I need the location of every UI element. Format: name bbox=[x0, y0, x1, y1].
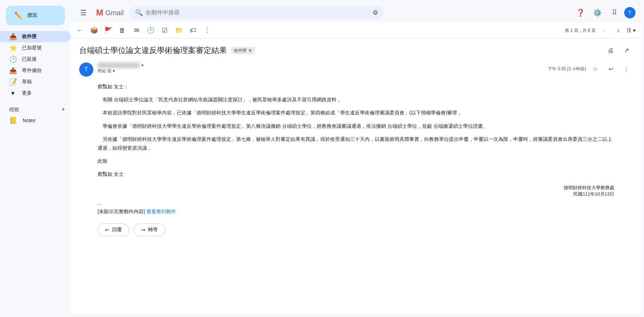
page-navigation: 第 1 頁，共 8 頁 ‹ › 注 ▾ bbox=[565, 25, 636, 36]
email-body-p3: 學倫會依據「德明財經科技大學學生違反學術倫理案件處理規定」第八條決議撤銷 台端碩… bbox=[98, 122, 614, 131]
sidebar-item-notes[interactable]: 📒 Notes bbox=[0, 115, 71, 126]
snoozed-label: 已延後 bbox=[22, 56, 65, 62]
sender-dropdown-icon[interactable]: ▾ bbox=[141, 63, 144, 68]
archive-button[interactable]: 📦 bbox=[88, 24, 100, 37]
prev-page-button[interactable]: ‹ bbox=[598, 25, 610, 36]
sender-name-blurred bbox=[98, 62, 140, 68]
email-header: T ▾ 寄給 我 ▾ 下午 3:35 (3 小時前) ☆ ↩ ⋮ bbox=[79, 62, 633, 77]
inbox-tag: 收件匣 ✕ bbox=[231, 47, 255, 54]
reply-forward-bar: ↩ 回覆 ↪ 轉寄 bbox=[79, 223, 633, 236]
labels-title: 標籤 bbox=[9, 107, 19, 113]
delete-button[interactable]: 🗑 bbox=[116, 24, 129, 37]
page-info: 第 1 頁，共 8 頁 bbox=[565, 28, 596, 34]
compose-icon: ✏️ bbox=[14, 11, 23, 20]
gmail-text: Gmail bbox=[105, 9, 124, 17]
email-body-sign: 蔡豔如 女士 bbox=[98, 170, 614, 179]
sent-icon: 📤 bbox=[9, 67, 16, 74]
star-button[interactable]: ☆ bbox=[589, 62, 602, 75]
email-meta-right: 下午 3:35 (3 小時前) ☆ ↩ ⋮ bbox=[548, 62, 633, 75]
recipient-dropdown-icon[interactable]: ▾ bbox=[113, 68, 115, 73]
sender-avatar: T bbox=[79, 62, 93, 77]
inbox-tag-label: 收件匣 bbox=[234, 48, 247, 54]
snooze-button[interactable]: 🕐 bbox=[144, 24, 157, 37]
search-options-icon[interactable]: ⚙ bbox=[373, 9, 378, 17]
notes-icon: 📒 bbox=[9, 116, 17, 124]
add-label-icon[interactable]: + bbox=[61, 106, 65, 113]
labels-header: 標籤 + bbox=[0, 104, 71, 115]
drafts-icon: 📝 bbox=[9, 78, 16, 86]
email-subject-row: 台端碩士學位論文違反學術倫理案審定結果 收件匣 ✕ 🖨 ↗ bbox=[79, 44, 633, 57]
email-body-p4: 另依據「德明財經科技大學學生違反學術倫理案件處理規定」第七條，被檢舉人對審定結果… bbox=[98, 135, 614, 152]
search-bar: 🔍 ⚙ bbox=[129, 6, 384, 19]
mark-unread-button[interactable]: ✉ bbox=[130, 24, 143, 37]
compose-button[interactable]: ✏️ 撰寫 bbox=[6, 6, 65, 25]
sidebar-item-snoozed[interactable]: 🕐 已延後 bbox=[0, 54, 71, 65]
sidebar-item-starred[interactable]: ⭐ 已加星號 bbox=[0, 42, 71, 54]
email-body-closing: 此致 bbox=[98, 157, 614, 166]
compose-label: 撰寫 bbox=[27, 12, 37, 19]
hamburger-menu-button[interactable]: ☰ bbox=[76, 6, 90, 20]
starred-icon: ⭐ bbox=[9, 44, 16, 52]
snoozed-icon: 🕐 bbox=[9, 55, 16, 63]
email-subject: 台端碩士學位論文違反學術倫理案審定結果 bbox=[79, 45, 227, 56]
view-full-email-row: [未顯示完整郵件內容] 查看整封郵件 bbox=[98, 209, 614, 215]
email-toolbar: ← 📦 🚩 🗑 ✉ 🕐 ☑ 📁 🏷 ⋮ 第 1 頁，共 8 頁 ‹ › 注 ▾ bbox=[71, 23, 641, 38]
report-button[interactable]: 🚩 bbox=[102, 24, 115, 37]
email-greeting: 蔡豔如 女士： bbox=[98, 82, 614, 91]
sender-name-row: ▾ bbox=[98, 62, 548, 68]
sidebar-item-sent[interactable]: 📤 寄件備份 bbox=[0, 65, 71, 76]
sidebar-item-more[interactable]: ▾ 更多 bbox=[0, 88, 71, 99]
top-bar: ☰ M Gmail 🔍 ⚙ ❓ ⚙️ ⠿ T bbox=[71, 3, 641, 23]
email-content-area: 蔡豔如 女士： 有關 台端碩士學位論文「民意代表社群網站市政議題關注度探討」，被… bbox=[79, 82, 633, 215]
inbox-tag-close-icon[interactable]: ✕ bbox=[248, 48, 252, 53]
apps-button[interactable]: ⠿ bbox=[607, 6, 621, 20]
labels-section: 標籤 + 📒 Notes bbox=[0, 102, 71, 129]
inbox-label: 收件匣 bbox=[22, 34, 65, 40]
next-page-button[interactable]: › bbox=[613, 25, 624, 36]
help-button[interactable]: ❓ bbox=[573, 6, 587, 20]
email-footer: 德明財經科技大學教務處 民國111年10月13日 bbox=[98, 185, 614, 197]
more-actions-button[interactable]: ⋮ bbox=[201, 24, 213, 37]
email-time: 下午 3:35 (3 小時前) bbox=[548, 66, 586, 72]
sender-to: 寄給 我 ▾ bbox=[98, 68, 548, 74]
reply-button-header[interactable]: ↩ bbox=[604, 62, 617, 75]
gmail-logo-icon: M bbox=[96, 8, 103, 18]
search-input[interactable] bbox=[146, 10, 370, 16]
print-button[interactable]: 🖨 bbox=[604, 44, 617, 57]
notify-label: 注 bbox=[627, 27, 632, 34]
search-icon: 🔍 bbox=[135, 9, 143, 17]
label-button[interactable]: 🏷 bbox=[187, 24, 199, 37]
open-in-new-button[interactable]: ↗ bbox=[620, 44, 633, 57]
email-top-actions: 🖨 ↗ bbox=[604, 44, 633, 57]
view-full-email-link[interactable]: 查看整封郵件 bbox=[146, 209, 176, 214]
gmail-logo: M Gmail bbox=[96, 8, 124, 18]
footer-org: 德明財經科技大學教務處 bbox=[98, 185, 614, 191]
forward-icon: ↪ bbox=[141, 227, 145, 233]
notify-button[interactable]: 注 ▾ bbox=[627, 27, 636, 34]
sender-info: ▾ 寄給 我 ▾ bbox=[98, 62, 548, 74]
more-email-actions-button[interactable]: ⋮ bbox=[620, 62, 633, 75]
add-to-tasks-button[interactable]: ☑ bbox=[158, 24, 171, 37]
sidebar-item-inbox[interactable]: 📥 收件匣 bbox=[0, 31, 71, 42]
sender-to-text: 寄給 我 bbox=[98, 68, 111, 73]
move-to-button[interactable]: 📁 bbox=[172, 24, 185, 37]
more-label: 更多 bbox=[22, 90, 65, 96]
email-ellipsis: ... bbox=[98, 200, 614, 206]
reply-label: 回覆 bbox=[112, 227, 122, 233]
notes-label: Notes bbox=[23, 118, 36, 123]
back-button[interactable]: ← bbox=[74, 24, 86, 37]
sidebar: ✏️ 撰寫 📥 收件匣 ⭐ 已加星號 🕐 已延後 📤 寄件備份 📝 草稿 ▾ 更… bbox=[0, 0, 71, 317]
forward-button[interactable]: ↪ 轉寄 bbox=[134, 223, 165, 236]
avatar[interactable]: T bbox=[624, 7, 636, 18]
settings-button[interactable]: ⚙️ bbox=[590, 6, 604, 20]
sent-label: 寄件備份 bbox=[22, 67, 65, 74]
email-body-p1: 有關 台端碩士學位論文「民意代表社群網站市政議題關注度探討」，被民眾檢舉多處涉及… bbox=[98, 95, 614, 104]
footer-date: 民國111年10月13日 bbox=[98, 191, 614, 197]
sidebar-item-drafts[interactable]: 📝 草稿 bbox=[0, 76, 71, 88]
view-full-prefix: [未顯示完整郵件內容] bbox=[98, 209, 145, 214]
email-text: 蔡豔如 女士： 有關 台端碩士學位論文「民意代表社群網站市政議題關注度探討」，被… bbox=[98, 82, 614, 179]
reply-button[interactable]: ↩ 回覆 bbox=[98, 223, 129, 236]
email-view: 台端碩士學位論文違反學術倫理案審定結果 收件匣 ✕ 🖨 ↗ T ▾ 寄給 我 ▾ bbox=[71, 38, 641, 314]
more-icon: ▾ bbox=[9, 89, 16, 97]
top-right-icons: ❓ ⚙️ ⠿ T bbox=[573, 6, 636, 20]
